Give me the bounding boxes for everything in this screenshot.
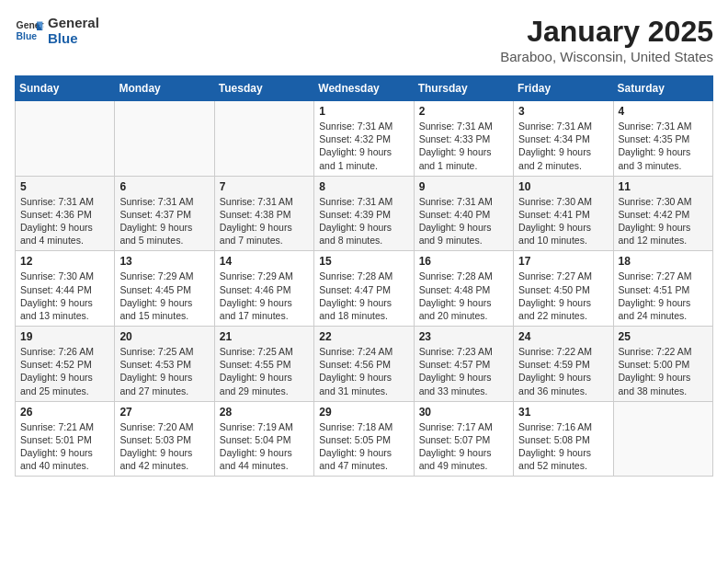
calendar-cell: 29Sunrise: 7:18 AM Sunset: 5:05 PM Dayli… (314, 401, 414, 477)
weekday-header-friday: Friday (514, 76, 613, 101)
day-number: 15 (319, 255, 408, 268)
day-number: 25 (619, 330, 708, 343)
calendar-week-row: 12Sunrise: 7:30 AM Sunset: 4:44 PM Dayli… (16, 251, 713, 327)
calendar-cell: 31Sunrise: 7:16 AM Sunset: 5:08 PM Dayli… (514, 401, 613, 477)
day-number: 10 (518, 180, 608, 193)
calendar-week-row: 26Sunrise: 7:21 AM Sunset: 5:01 PM Dayli… (16, 401, 713, 477)
calendar-cell: 22Sunrise: 7:24 AM Sunset: 4:56 PM Dayli… (314, 327, 414, 402)
calendar-cell: 14Sunrise: 7:29 AM Sunset: 4:46 PM Dayli… (214, 251, 313, 327)
day-info: Sunrise: 7:20 AM Sunset: 5:03 PM Dayligh… (119, 420, 209, 473)
day-info: Sunrise: 7:31 AM Sunset: 4:32 PM Dayligh… (319, 120, 408, 172)
calendar-cell (16, 101, 115, 177)
day-number: 3 (518, 105, 608, 118)
calendar-cell: 8Sunrise: 7:31 AM Sunset: 4:39 PM Daylig… (314, 176, 414, 251)
calendar-cell: 18Sunrise: 7:27 AM Sunset: 4:51 PM Dayli… (613, 251, 712, 327)
calendar-cell: 20Sunrise: 7:25 AM Sunset: 4:53 PM Dayli… (115, 327, 214, 402)
svg-text:Blue: Blue (17, 31, 38, 41)
day-number: 19 (20, 330, 109, 343)
day-number: 7 (220, 180, 309, 193)
day-info: Sunrise: 7:31 AM Sunset: 4:36 PM Dayligh… (20, 195, 109, 247)
calendar-cell: 7Sunrise: 7:31 AM Sunset: 4:38 PM Daylig… (214, 176, 313, 251)
weekday-header-saturday: Saturday (613, 76, 712, 101)
calendar-cell: 28Sunrise: 7:19 AM Sunset: 5:04 PM Dayli… (214, 401, 313, 477)
day-number: 4 (619, 105, 708, 118)
day-number: 31 (518, 406, 608, 419)
day-info: Sunrise: 7:28 AM Sunset: 4:48 PM Dayligh… (419, 270, 508, 322)
calendar-cell: 19Sunrise: 7:26 AM Sunset: 4:52 PM Dayli… (16, 327, 115, 402)
day-info: Sunrise: 7:19 AM Sunset: 5:04 PM Dayligh… (220, 420, 309, 473)
day-info: Sunrise: 7:31 AM Sunset: 4:37 PM Dayligh… (119, 195, 209, 247)
day-info: Sunrise: 7:17 AM Sunset: 5:07 PM Dayligh… (419, 420, 508, 473)
day-number: 22 (319, 330, 408, 343)
weekday-header-tuesday: Tuesday (214, 76, 313, 101)
calendar-week-row: 19Sunrise: 7:26 AM Sunset: 4:52 PM Dayli… (16, 327, 713, 402)
day-info: Sunrise: 7:16 AM Sunset: 5:08 PM Dayligh… (518, 420, 608, 473)
calendar-cell: 10Sunrise: 7:30 AM Sunset: 4:41 PM Dayli… (514, 176, 613, 251)
month-title: January 2025 (500, 15, 713, 49)
calendar-cell: 2Sunrise: 7:31 AM Sunset: 4:33 PM Daylig… (414, 101, 513, 177)
day-number: 16 (419, 255, 508, 268)
calendar-cell: 11Sunrise: 7:30 AM Sunset: 4:42 PM Dayli… (613, 176, 712, 251)
day-number: 29 (319, 406, 408, 419)
weekday-header-thursday: Thursday (414, 76, 513, 101)
calendar-cell: 26Sunrise: 7:21 AM Sunset: 5:01 PM Dayli… (16, 401, 115, 477)
day-info: Sunrise: 7:30 AM Sunset: 4:44 PM Dayligh… (20, 270, 109, 322)
day-info: Sunrise: 7:29 AM Sunset: 4:46 PM Dayligh… (220, 270, 309, 322)
day-number: 5 (20, 180, 109, 193)
calendar-cell: 24Sunrise: 7:22 AM Sunset: 4:59 PM Dayli… (514, 327, 613, 402)
day-info: Sunrise: 7:31 AM Sunset: 4:35 PM Dayligh… (619, 120, 708, 172)
day-info: Sunrise: 7:31 AM Sunset: 4:33 PM Dayligh… (419, 120, 508, 172)
page-header: General Blue General Blue January 2025 B… (15, 15, 713, 64)
day-info: Sunrise: 7:31 AM Sunset: 4:34 PM Dayligh… (518, 120, 608, 172)
day-number: 26 (20, 406, 109, 419)
day-number: 11 (619, 180, 708, 193)
day-info: Sunrise: 7:22 AM Sunset: 5:00 PM Dayligh… (619, 345, 708, 397)
calendar-cell: 5Sunrise: 7:31 AM Sunset: 4:36 PM Daylig… (16, 176, 115, 251)
day-info: Sunrise: 7:24 AM Sunset: 4:56 PM Dayligh… (319, 345, 408, 397)
calendar-cell: 23Sunrise: 7:23 AM Sunset: 4:57 PM Dayli… (414, 327, 513, 402)
calendar-table: SundayMondayTuesdayWednesdayThursdayFrid… (15, 75, 713, 477)
logo-icon: General Blue (15, 16, 44, 45)
logo-blue: Blue (48, 30, 99, 46)
calendar-cell: 3Sunrise: 7:31 AM Sunset: 4:34 PM Daylig… (514, 101, 613, 177)
day-info: Sunrise: 7:27 AM Sunset: 4:50 PM Dayligh… (518, 270, 608, 322)
calendar-cell (613, 401, 712, 477)
day-info: Sunrise: 7:25 AM Sunset: 4:53 PM Dayligh… (119, 345, 209, 397)
day-info: Sunrise: 7:27 AM Sunset: 4:51 PM Dayligh… (619, 270, 708, 322)
calendar-cell: 4Sunrise: 7:31 AM Sunset: 4:35 PM Daylig… (613, 101, 712, 177)
day-info: Sunrise: 7:31 AM Sunset: 4:40 PM Dayligh… (419, 195, 508, 247)
logo-general: General (48, 15, 99, 30)
calendar-week-row: 5Sunrise: 7:31 AM Sunset: 4:36 PM Daylig… (16, 176, 713, 251)
calendar-cell: 25Sunrise: 7:22 AM Sunset: 5:00 PM Dayli… (613, 327, 712, 402)
calendar-cell: 1Sunrise: 7:31 AM Sunset: 4:32 PM Daylig… (314, 101, 414, 177)
day-number: 30 (419, 406, 508, 419)
calendar-cell: 27Sunrise: 7:20 AM Sunset: 5:03 PM Dayli… (115, 401, 214, 477)
day-info: Sunrise: 7:25 AM Sunset: 4:55 PM Dayligh… (220, 345, 309, 397)
day-info: Sunrise: 7:31 AM Sunset: 4:38 PM Dayligh… (220, 195, 309, 247)
day-number: 28 (220, 406, 309, 419)
calendar-cell (115, 101, 214, 177)
calendar-cell: 6Sunrise: 7:31 AM Sunset: 4:37 PM Daylig… (115, 176, 214, 251)
calendar-cell: 16Sunrise: 7:28 AM Sunset: 4:48 PM Dayli… (414, 251, 513, 327)
day-number: 12 (20, 255, 109, 268)
day-number: 27 (119, 406, 209, 419)
day-info: Sunrise: 7:23 AM Sunset: 4:57 PM Dayligh… (419, 345, 508, 397)
day-info: Sunrise: 7:18 AM Sunset: 5:05 PM Dayligh… (319, 420, 408, 473)
day-number: 2 (419, 105, 508, 118)
day-number: 8 (319, 180, 408, 193)
day-number: 20 (119, 330, 209, 343)
weekday-header-wednesday: Wednesday (314, 76, 414, 101)
day-number: 21 (220, 330, 309, 343)
day-number: 9 (419, 180, 508, 193)
calendar-week-row: 1Sunrise: 7:31 AM Sunset: 4:32 PM Daylig… (16, 101, 713, 177)
day-number: 6 (119, 180, 209, 193)
calendar-cell: 13Sunrise: 7:29 AM Sunset: 4:45 PM Dayli… (115, 251, 214, 327)
calendar-cell (214, 101, 313, 177)
day-info: Sunrise: 7:29 AM Sunset: 4:45 PM Dayligh… (119, 270, 209, 322)
day-info: Sunrise: 7:21 AM Sunset: 5:01 PM Dayligh… (20, 420, 109, 473)
weekday-header-row: SundayMondayTuesdayWednesdayThursdayFrid… (16, 76, 713, 101)
weekday-header-sunday: Sunday (16, 76, 115, 101)
day-number: 24 (518, 330, 608, 343)
day-info: Sunrise: 7:30 AM Sunset: 4:41 PM Dayligh… (518, 195, 608, 247)
calendar-cell: 30Sunrise: 7:17 AM Sunset: 5:07 PM Dayli… (414, 401, 513, 477)
